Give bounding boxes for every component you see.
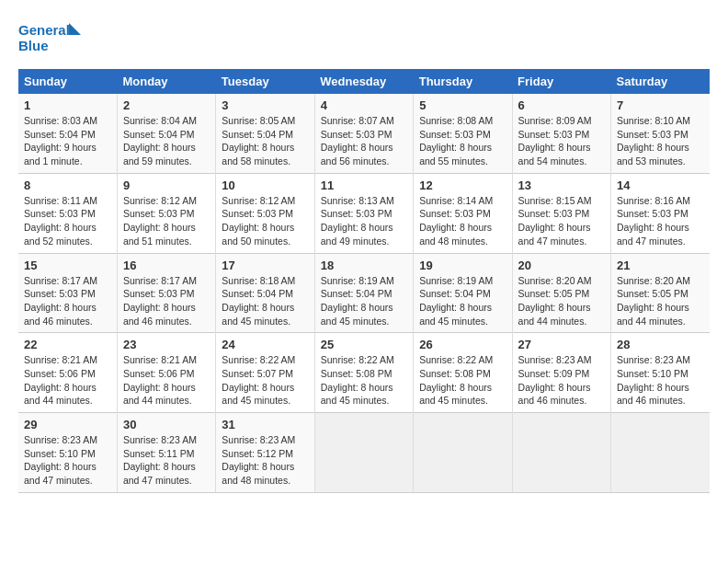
calendar-cell: 28Sunrise: 8:23 AMSunset: 5:10 PMDayligh…: [611, 333, 710, 413]
day-info: Sunrise: 8:17 AMSunset: 5:03 PMDaylight:…: [24, 274, 111, 328]
day-number: 1: [24, 98, 111, 112]
calendar-cell: 7Sunrise: 8:10 AMSunset: 5:03 PMDaylight…: [611, 94, 710, 173]
calendar-cell: 29Sunrise: 8:23 AMSunset: 5:10 PMDayligh…: [18, 413, 117, 493]
calendar-cell: 27Sunrise: 8:23 AMSunset: 5:09 PMDayligh…: [512, 333, 610, 413]
day-number: 5: [419, 98, 506, 112]
day-number: 14: [617, 178, 704, 192]
day-info: Sunrise: 8:21 AMSunset: 5:06 PMDaylight:…: [123, 353, 210, 408]
day-info: Sunrise: 8:19 AMSunset: 5:04 PMDaylight:…: [321, 274, 407, 328]
day-number: 15: [24, 259, 111, 272]
day-number: 31: [222, 418, 308, 431]
day-number: 12: [419, 178, 506, 192]
calendar-cell: [611, 413, 710, 493]
day-number: 30: [123, 418, 210, 431]
day-info: Sunrise: 8:05 AMSunset: 5:04 PMDaylight:…: [222, 114, 308, 168]
day-number: 10: [222, 178, 308, 192]
logo-svg: General Blue: [18, 18, 83, 60]
day-info: Sunrise: 8:10 AMSunset: 5:03 PMDaylight:…: [617, 114, 704, 168]
calendar-cell: 1Sunrise: 8:03 AMSunset: 5:04 PMDaylight…: [18, 94, 117, 173]
day-number: 9: [123, 178, 210, 192]
day-info: Sunrise: 8:04 AMSunset: 5:04 PMDaylight:…: [123, 114, 210, 168]
calendar-cell: 13Sunrise: 8:15 AMSunset: 5:03 PMDayligh…: [512, 173, 610, 253]
day-info: Sunrise: 8:22 AMSunset: 5:07 PMDaylight:…: [222, 353, 308, 408]
day-number: 7: [617, 98, 704, 112]
calendar-cell: 3Sunrise: 8:05 AMSunset: 5:04 PMDaylight…: [216, 94, 314, 173]
calendar-cell: 10Sunrise: 8:12 AMSunset: 5:03 PMDayligh…: [216, 173, 314, 253]
day-info: Sunrise: 8:08 AMSunset: 5:03 PMDaylight:…: [419, 114, 506, 168]
calendar-cell: 6Sunrise: 8:09 AMSunset: 5:03 PMDaylight…: [512, 94, 610, 173]
day-info: Sunrise: 8:16 AMSunset: 5:03 PMDaylight:…: [617, 194, 704, 248]
calendar-cell: 18Sunrise: 8:19 AMSunset: 5:04 PMDayligh…: [314, 253, 413, 333]
day-number: 27: [518, 338, 605, 351]
day-info: Sunrise: 8:15 AMSunset: 5:03 PMDaylight:…: [518, 194, 605, 248]
col-header-tuesday: Tuesday: [216, 69, 314, 94]
day-info: Sunrise: 8:21 AMSunset: 5:06 PMDaylight:…: [24, 353, 111, 408]
day-info: Sunrise: 8:23 AMSunset: 5:10 PMDaylight:…: [617, 353, 704, 408]
calendar-cell: 19Sunrise: 8:19 AMSunset: 5:04 PMDayligh…: [414, 253, 512, 333]
day-info: Sunrise: 8:23 AMSunset: 5:09 PMDaylight:…: [518, 353, 605, 408]
day-info: Sunrise: 8:18 AMSunset: 5:04 PMDaylight:…: [222, 274, 308, 328]
logo: General Blue: [18, 18, 83, 60]
calendar-cell: 11Sunrise: 8:13 AMSunset: 5:03 PMDayligh…: [314, 173, 413, 253]
day-info: Sunrise: 8:12 AMSunset: 5:03 PMDaylight:…: [123, 194, 210, 248]
day-info: Sunrise: 8:09 AMSunset: 5:03 PMDaylight:…: [518, 114, 605, 168]
day-info: Sunrise: 8:20 AMSunset: 5:05 PMDaylight:…: [617, 274, 704, 328]
day-info: Sunrise: 8:22 AMSunset: 5:08 PMDaylight:…: [321, 353, 407, 408]
calendar-cell: 16Sunrise: 8:17 AMSunset: 5:03 PMDayligh…: [117, 253, 215, 333]
day-number: 11: [321, 178, 407, 192]
col-header-sunday: Sunday: [18, 69, 117, 94]
calendar-cell: 17Sunrise: 8:18 AMSunset: 5:04 PMDayligh…: [216, 253, 314, 333]
calendar-header: SundayMondayTuesdayWednesdayThursdayFrid…: [18, 69, 710, 94]
day-number: 22: [24, 338, 111, 351]
calendar-cell: 24Sunrise: 8:22 AMSunset: 5:07 PMDayligh…: [216, 333, 314, 413]
calendar-cell: 14Sunrise: 8:16 AMSunset: 5:03 PMDayligh…: [611, 173, 710, 253]
calendar-cell: 15Sunrise: 8:17 AMSunset: 5:03 PMDayligh…: [18, 253, 117, 333]
page-header: General Blue: [18, 18, 710, 60]
calendar-cell: 25Sunrise: 8:22 AMSunset: 5:08 PMDayligh…: [314, 333, 413, 413]
day-number: 21: [617, 259, 704, 272]
day-number: 28: [617, 338, 704, 351]
calendar-cell: 8Sunrise: 8:11 AMSunset: 5:03 PMDaylight…: [18, 173, 117, 253]
calendar-cell: 21Sunrise: 8:20 AMSunset: 5:05 PMDayligh…: [611, 253, 710, 333]
svg-text:Blue: Blue: [18, 38, 49, 53]
calendar-cell: 9Sunrise: 8:12 AMSunset: 5:03 PMDaylight…: [117, 173, 215, 253]
day-info: Sunrise: 8:22 AMSunset: 5:08 PMDaylight:…: [419, 353, 506, 408]
day-number: 4: [321, 98, 407, 112]
col-header-thursday: Thursday: [414, 69, 512, 94]
svg-text:General: General: [18, 22, 70, 38]
day-info: Sunrise: 8:17 AMSunset: 5:03 PMDaylight:…: [123, 274, 210, 328]
day-info: Sunrise: 8:23 AMSunset: 5:12 PMDaylight:…: [222, 433, 308, 488]
day-number: 8: [24, 178, 111, 192]
col-header-wednesday: Wednesday: [314, 69, 413, 94]
calendar-week-3: 15Sunrise: 8:17 AMSunset: 5:03 PMDayligh…: [18, 253, 710, 333]
col-header-saturday: Saturday: [611, 69, 710, 94]
calendar-cell: 22Sunrise: 8:21 AMSunset: 5:06 PMDayligh…: [18, 333, 117, 413]
day-number: 29: [24, 418, 111, 431]
calendar-cell: [314, 413, 413, 493]
day-info: Sunrise: 8:14 AMSunset: 5:03 PMDaylight:…: [419, 194, 506, 248]
day-number: 26: [419, 338, 506, 351]
calendar-cell: 4Sunrise: 8:07 AMSunset: 5:03 PMDaylight…: [314, 94, 413, 173]
day-info: Sunrise: 8:20 AMSunset: 5:05 PMDaylight:…: [518, 274, 605, 328]
calendar-cell: 5Sunrise: 8:08 AMSunset: 5:03 PMDaylight…: [414, 94, 512, 173]
day-number: 19: [419, 259, 506, 272]
calendar-table: SundayMondayTuesdayWednesdayThursdayFrid…: [18, 69, 710, 493]
svg-marker-2: [69, 23, 81, 35]
day-number: 3: [222, 98, 308, 112]
day-number: 23: [123, 338, 210, 351]
day-number: 24: [222, 338, 308, 351]
day-info: Sunrise: 8:23 AMSunset: 5:11 PMDaylight:…: [123, 433, 210, 488]
calendar-cell: 31Sunrise: 8:23 AMSunset: 5:12 PMDayligh…: [216, 413, 314, 493]
day-number: 16: [123, 259, 210, 272]
calendar-cell: [414, 413, 512, 493]
calendar-week-2: 8Sunrise: 8:11 AMSunset: 5:03 PMDaylight…: [18, 173, 710, 253]
day-info: Sunrise: 8:23 AMSunset: 5:10 PMDaylight:…: [24, 433, 111, 488]
day-info: Sunrise: 8:03 AMSunset: 5:04 PMDaylight:…: [24, 114, 111, 168]
day-info: Sunrise: 8:19 AMSunset: 5:04 PMDaylight:…: [419, 274, 506, 328]
col-header-friday: Friday: [512, 69, 610, 94]
day-number: 25: [321, 338, 407, 351]
day-info: Sunrise: 8:13 AMSunset: 5:03 PMDaylight:…: [321, 194, 407, 248]
day-number: 18: [321, 259, 407, 272]
calendar-cell: 20Sunrise: 8:20 AMSunset: 5:05 PMDayligh…: [512, 253, 610, 333]
day-info: Sunrise: 8:12 AMSunset: 5:03 PMDaylight:…: [222, 194, 308, 248]
